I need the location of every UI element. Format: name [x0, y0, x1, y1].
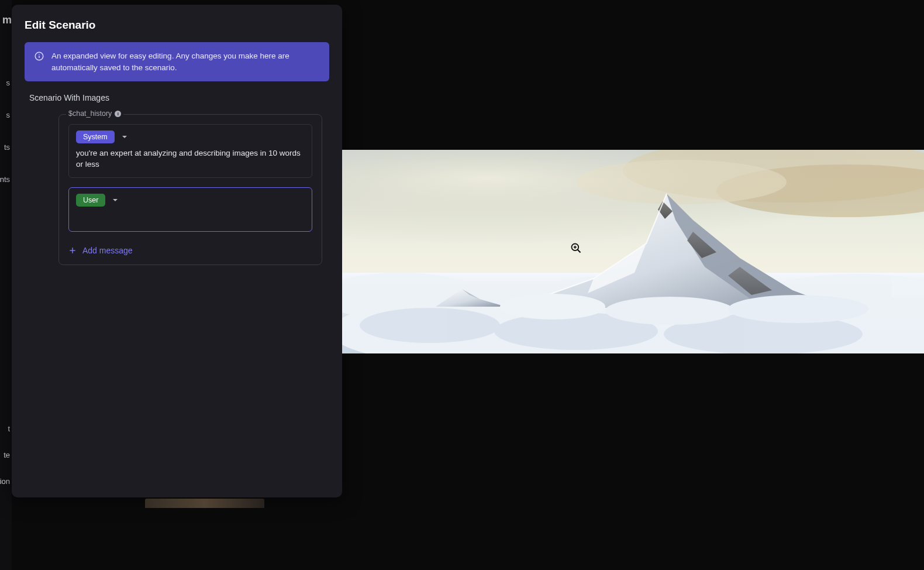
sidebar-item[interactable]: ts — [0, 140, 12, 154]
message-content[interactable] — [76, 211, 305, 224]
info-banner-text: An expanded view for easy editing. Any c… — [51, 50, 320, 73]
brand-fragment: u m — [0, 14, 12, 26]
message-content[interactable]: you're an expert at analyzing and descri… — [76, 148, 305, 170]
chat-var-legend: $chat_history i — [66, 109, 123, 118]
message-block-system[interactable]: System you're an expert at analyzing and… — [68, 124, 312, 178]
svg-point-22 — [500, 294, 605, 320]
scenario-name: Scenario With Images — [12, 93, 342, 106]
role-dropdown-caret[interactable] — [119, 132, 130, 142]
add-message-label: Add message — [82, 246, 133, 255]
add-message-button[interactable]: Add message — [68, 245, 312, 256]
role-badge-system[interactable]: System — [76, 131, 115, 143]
sidebar-item[interactable]: ion — [0, 475, 12, 488]
sidebar-nav: s s ts nts — [0, 76, 12, 186]
plus-icon — [68, 246, 77, 255]
app-sidebar: u m s s ts nts t te ion — [0, 0, 12, 570]
chat-var-label: $chat_history — [68, 109, 112, 118]
sidebar-item[interactable]: s — [0, 108, 12, 122]
svg-rect-9 — [342, 150, 924, 243]
svg-point-19 — [360, 308, 500, 343]
mountain-image — [342, 150, 924, 353]
svg-point-23 — [605, 297, 734, 325]
panel-title: Edit Scenario — [12, 5, 342, 42]
thumbnail-strip[interactable] — [145, 499, 264, 508]
info-banner: An expanded view for easy editing. Any c… — [25, 42, 329, 81]
info-icon — [34, 51, 44, 61]
sidebar-bottom-nav: t te ion — [0, 422, 12, 488]
chevron-down-icon — [122, 134, 127, 140]
sidebar-item[interactable]: nts — [0, 173, 12, 186]
svg-point-24 — [728, 295, 868, 323]
role-badge-user[interactable]: User — [76, 194, 105, 207]
chevron-down-icon — [112, 197, 118, 203]
info-icon[interactable]: i — [115, 111, 121, 117]
sidebar-item[interactable]: s — [0, 76, 12, 90]
message-block-user[interactable]: User — [68, 187, 312, 232]
chat-history-card: $chat_history i System you're an expert … — [58, 114, 322, 265]
role-dropdown-caret[interactable] — [110, 195, 120, 205]
image-viewer[interactable] — [342, 150, 924, 353]
edit-scenario-panel: Edit Scenario An expanded view for easy … — [12, 5, 342, 497]
sidebar-item[interactable]: t — [0, 422, 12, 435]
sidebar-item-active[interactable]: te — [0, 448, 12, 462]
svg-point-2 — [39, 54, 40, 55]
